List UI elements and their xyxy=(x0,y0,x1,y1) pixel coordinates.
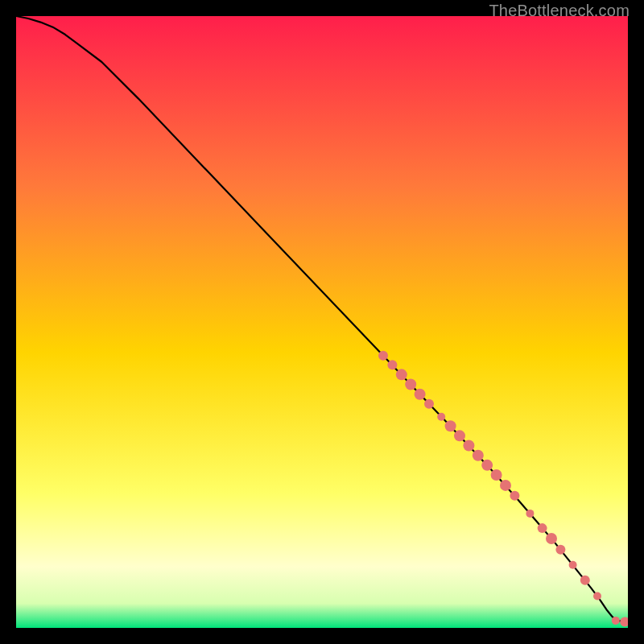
chart-svg xyxy=(16,16,628,628)
data-point xyxy=(387,360,397,369)
gradient-background xyxy=(16,16,628,628)
data-point xyxy=(378,351,388,361)
data-point xyxy=(491,469,502,481)
data-point xyxy=(546,533,557,544)
data-point xyxy=(415,389,426,400)
data-point xyxy=(424,399,434,409)
data-point xyxy=(593,592,601,600)
data-point xyxy=(510,491,519,501)
data-point xyxy=(569,561,577,569)
data-point xyxy=(454,430,465,441)
chart-frame: TheBottleneck.com xyxy=(16,16,628,628)
data-point xyxy=(612,617,620,625)
data-point xyxy=(526,510,534,518)
data-point xyxy=(473,450,484,461)
data-point xyxy=(405,379,416,390)
data-point xyxy=(481,460,493,471)
data-point xyxy=(500,480,511,491)
data-point xyxy=(396,369,407,380)
data-point xyxy=(437,413,445,421)
data-point xyxy=(555,545,565,555)
data-point xyxy=(463,440,474,452)
data-point xyxy=(538,523,547,533)
data-point xyxy=(580,576,590,585)
data-point xyxy=(445,420,456,431)
